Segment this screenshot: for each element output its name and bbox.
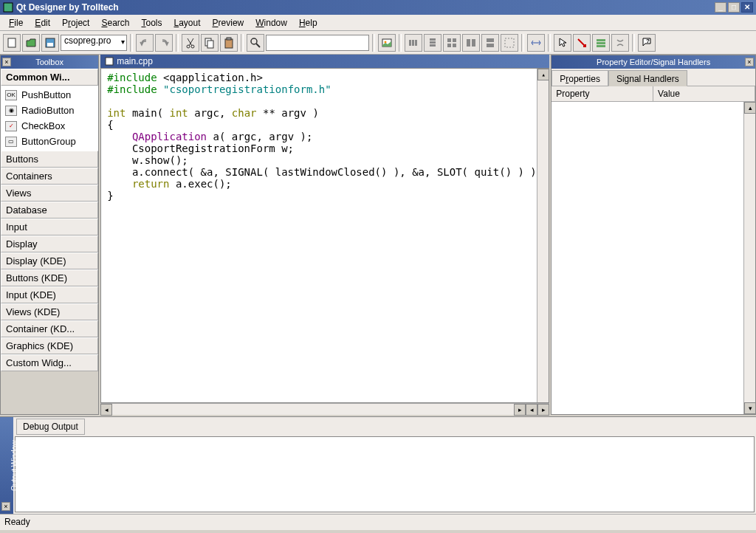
- toolbox-items: OKPushButton ◉RadioButton ✓CheckBox ▭But…: [1, 86, 98, 151]
- layout-h-icon[interactable]: [405, 34, 422, 52]
- toolbox-section-graphics-kde[interactable]: Graphics (KDE): [1, 337, 98, 354]
- paste-icon[interactable]: [220, 34, 238, 52]
- editor-hscrollbar[interactable]: ◂ ▸ ◂ ▸: [100, 403, 549, 415]
- search-input[interactable]: [266, 35, 369, 51]
- toolbox-section-common[interactable]: Common Wi...: [1, 69, 98, 86]
- editor-vscrollbar[interactable]: ▴: [537, 69, 549, 402]
- toolbox-section-container-kde[interactable]: Container (KD...: [1, 320, 98, 337]
- editor-tab[interactable]: main.cpp: [100, 55, 549, 68]
- menubar: File Edit Project Search Tools Layout Pr…: [0, 15, 756, 31]
- svg-rect-29: [597, 39, 605, 41]
- property-header: Property Value: [551, 86, 755, 102]
- layout-split-h-icon[interactable]: [462, 34, 480, 52]
- editor-area: main.cpp #include <qapplication.h>#inclu…: [100, 55, 549, 415]
- menu-preview[interactable]: Preview: [207, 16, 250, 30]
- svg-rect-15: [412, 40, 414, 46]
- svg-rect-20: [447, 38, 451, 42]
- property-col-value[interactable]: Value: [653, 86, 755, 101]
- svg-rect-30: [597, 42, 605, 44]
- svg-point-10: [251, 38, 257, 44]
- toolbox-section-display[interactable]: Display: [1, 235, 98, 252]
- menu-window[interactable]: Window: [250, 16, 293, 30]
- minimize-button[interactable]: _: [715, 2, 726, 13]
- main-area: × Toolbox Common Wi... OKPushButton ◉Rad…: [0, 55, 756, 415]
- toolbox-section-views[interactable]: Views: [1, 185, 98, 202]
- redo-icon[interactable]: [155, 34, 173, 52]
- svg-rect-3: [47, 43, 53, 47]
- toolbox-item-pushbutton[interactable]: OKPushButton: [2, 87, 97, 103]
- svg-line-11: [256, 44, 260, 47]
- whatsthis-icon[interactable]: ?: [638, 34, 656, 52]
- tab-properties[interactable]: Properties: [551, 70, 608, 86]
- layout-split-v-icon[interactable]: [481, 34, 499, 52]
- statusbar: Ready: [0, 514, 756, 530]
- toolbox-item-radiobutton[interactable]: ◉RadioButton: [2, 103, 97, 118]
- svg-rect-9: [227, 38, 231, 40]
- search-icon[interactable]: [247, 34, 264, 52]
- menu-search[interactable]: Search: [95, 16, 135, 30]
- toolbox-section-display-kde[interactable]: Display (KDE): [1, 252, 98, 269]
- tab-order-icon[interactable]: [592, 34, 610, 52]
- layout-v-icon[interactable]: [424, 34, 441, 52]
- undo-icon[interactable]: [136, 34, 154, 52]
- layout-break-icon[interactable]: [501, 34, 518, 52]
- window-titlebar: Qt Designer by Trolltech _ □ ✕: [0, 0, 756, 15]
- menu-file[interactable]: File: [3, 16, 29, 30]
- svg-rect-23: [453, 44, 456, 47]
- menu-tools[interactable]: Tools: [135, 16, 168, 30]
- svg-point-4: [187, 45, 190, 48]
- menu-layout[interactable]: Layout: [168, 16, 207, 30]
- toolbox-panel: × Toolbox Common Wi... OKPushButton ◉Rad…: [0, 55, 99, 415]
- copy-icon[interactable]: [201, 34, 219, 52]
- toolbox-section-containers[interactable]: Containers: [1, 168, 98, 185]
- toolbox-item-checkbox[interactable]: ✓CheckBox: [2, 118, 97, 134]
- project-combo[interactable]: csopreg.pro: [61, 35, 127, 51]
- menu-help[interactable]: Help: [293, 16, 323, 30]
- svg-rect-18: [430, 41, 436, 44]
- menu-project[interactable]: Project: [56, 16, 95, 30]
- svg-rect-0: [4, 3, 13, 12]
- svg-rect-7: [207, 41, 213, 48]
- output-body[interactable]: [15, 436, 755, 512]
- close-button[interactable]: ✕: [741, 2, 753, 13]
- new-file-icon[interactable]: [3, 34, 21, 52]
- toolbox-section-database[interactable]: Database: [1, 202, 98, 219]
- spacer-icon[interactable]: [527, 34, 545, 52]
- code-editor[interactable]: #include <qapplication.h>#include "csopo…: [100, 68, 549, 403]
- cut-icon[interactable]: [182, 34, 199, 52]
- layout-grid-icon[interactable]: [443, 34, 461, 52]
- file-icon: [105, 57, 114, 66]
- svg-rect-28: [505, 38, 514, 47]
- toolbar: csopreg.pro ?: [0, 31, 756, 55]
- save-file-icon[interactable]: [41, 34, 59, 52]
- open-file-icon[interactable]: [22, 34, 40, 52]
- output-tab-debug[interactable]: Debug Output: [16, 419, 85, 435]
- output-side-title: × Output Window: [0, 417, 13, 514]
- toolbox-section-buttons[interactable]: Buttons: [1, 151, 98, 168]
- property-col-property[interactable]: Property: [551, 86, 653, 101]
- app-icon: [3, 2, 13, 13]
- toolbox-section-buttons-kde[interactable]: Buttons (KDE): [1, 269, 98, 286]
- tab-signal-handlers[interactable]: Signal Handlers: [608, 70, 687, 86]
- svg-rect-16: [415, 40, 417, 46]
- toolbox-section-views-kde[interactable]: Views (KDE): [1, 303, 98, 320]
- output-window: × Output Window Debug Output: [0, 416, 756, 514]
- svg-rect-33: [106, 58, 113, 65]
- property-vscrollbar[interactable]: ▴ ▾: [743, 102, 755, 414]
- svg-rect-21: [453, 38, 456, 42]
- toolbox-close-icon[interactable]: ×: [2, 58, 11, 66]
- buddy-icon[interactable]: [611, 34, 629, 52]
- output-close-icon[interactable]: ×: [1, 502, 10, 511]
- toolbox-item-buttongroup[interactable]: ▭ButtonGroup: [2, 134, 97, 149]
- toolbox-section-input-kde[interactable]: Input (KDE): [1, 286, 98, 303]
- menu-edit[interactable]: Edit: [29, 16, 56, 30]
- pointer-icon[interactable]: [554, 34, 571, 52]
- maximize-button[interactable]: □: [728, 2, 740, 13]
- toolbox-section-custom[interactable]: Custom Widg...: [1, 354, 98, 371]
- svg-rect-27: [487, 44, 494, 47]
- toolbox-section-input[interactable]: Input: [1, 219, 98, 235]
- property-close-icon[interactable]: ×: [745, 58, 754, 66]
- image-icon[interactable]: [378, 34, 396, 52]
- svg-rect-14: [409, 40, 411, 46]
- connect-signal-icon[interactable]: [573, 34, 591, 52]
